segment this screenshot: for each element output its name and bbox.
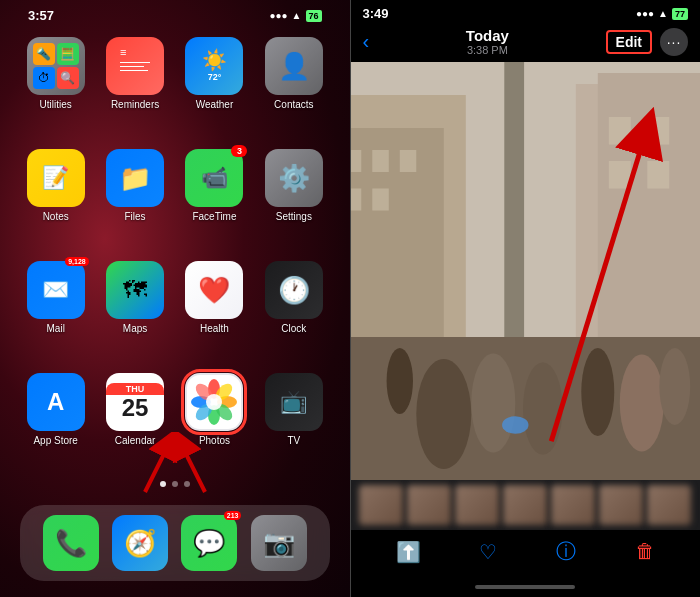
svg-point-9 <box>206 394 222 410</box>
badge-messages: 213 <box>224 511 242 520</box>
svg-point-26 <box>659 348 690 425</box>
dot-2 <box>172 481 178 487</box>
app-label-contacts: Contacts <box>274 99 313 110</box>
signal-icon-right: ●●● <box>636 8 654 19</box>
app-reminders[interactable]: ≡ Reminders <box>99 37 170 135</box>
svg-point-36 <box>502 416 528 434</box>
svg-rect-32 <box>608 117 630 145</box>
heart-button[interactable]: ♡ <box>479 540 497 564</box>
app-label-files: Files <box>125 211 146 222</box>
app-files[interactable]: 📁 Files <box>99 149 170 247</box>
status-icons-left: ●●● ▲ 76 <box>269 10 321 22</box>
signal-icon-left: ●●● <box>269 10 287 21</box>
nav-title-group: Today 3:38 PM <box>466 27 509 56</box>
app-utilities[interactable]: 🔦 🧮 ⏱ 🔍 Utilities <box>20 37 91 135</box>
app-clock[interactable]: 🕐 Clock <box>258 261 329 359</box>
svg-point-22 <box>523 362 563 454</box>
app-label-notes: Notes <box>43 211 69 222</box>
status-icons-right: ●●● ▲ 77 <box>636 8 688 20</box>
nav-right-group: Edit ··· <box>606 28 688 56</box>
svg-point-24 <box>619 355 663 452</box>
badge-mail: 9,128 <box>65 257 89 266</box>
app-notes[interactable]: 📝 Notes <box>20 149 91 247</box>
apps-grid: 🔦 🧮 ⏱ 🔍 Utilities ≡ Reminders <box>20 27 330 481</box>
trash-button[interactable]: 🗑 <box>635 540 655 563</box>
dot-1 <box>160 481 166 487</box>
app-facetime[interactable]: 📹 3 FaceTime <box>179 149 250 247</box>
app-contacts[interactable]: 👤 Contacts <box>258 37 329 135</box>
svg-rect-33 <box>647 117 669 145</box>
page-dots <box>20 481 330 487</box>
nav-edit-button[interactable]: Edit <box>606 30 652 54</box>
app-photos[interactable]: Photos <box>179 373 250 471</box>
photo-main <box>351 62 700 480</box>
nav-title-text: Today <box>466 27 509 44</box>
dock-camera[interactable]: 📷 <box>251 515 307 571</box>
svg-point-25 <box>386 348 412 414</box>
cal-day: THU <box>106 383 164 395</box>
battery-right: 77 <box>672 8 688 20</box>
strip-thumb-3 <box>455 485 499 525</box>
nav-back-button[interactable]: ‹ <box>363 30 370 53</box>
svg-point-20 <box>416 359 471 469</box>
time-right: 3:49 <box>363 6 389 21</box>
nav-subtitle: 3:38 PM <box>466 44 509 56</box>
dot-3 <box>184 481 190 487</box>
street-photo <box>351 62 700 480</box>
app-label-facetime: FaceTime <box>192 211 236 222</box>
svg-point-21 <box>471 354 515 453</box>
dock-safari[interactable]: 🧭 <box>112 515 168 571</box>
strip-thumb-6 <box>599 485 643 525</box>
app-settings[interactable]: ⚙️ Settings <box>258 149 329 247</box>
app-label-weather: Weather <box>196 99 234 110</box>
badge-facetime: 3 <box>231 145 247 157</box>
right-phone: 3:49 ●●● ▲ 77 ‹ Today 3:38 PM Edit ··· <box>351 0 700 597</box>
app-mail[interactable]: ✉️ 9,128 Mail <box>20 261 91 359</box>
dock-messages[interactable]: 💬 213 <box>181 515 237 571</box>
dock-phone[interactable]: 📞 <box>43 515 99 571</box>
time-left: 3:57 <box>28 8 54 23</box>
svg-rect-34 <box>608 161 630 189</box>
app-calendar[interactable]: THU 25 Calendar <box>99 373 170 471</box>
app-label-mail: Mail <box>47 323 65 334</box>
cal-date: 25 <box>122 395 149 421</box>
svg-rect-28 <box>372 150 389 172</box>
share-button[interactable]: ⬆️ <box>396 540 421 564</box>
svg-rect-27 <box>351 150 361 172</box>
strip-thumb-4 <box>503 485 547 525</box>
left-phone: 3:57 ●●● ▲ 76 🔦 🧮 ⏱ 🔍 Utilities <box>0 0 350 597</box>
strip-thumb-2 <box>407 485 451 525</box>
street-scene-svg <box>351 62 700 480</box>
wifi-icon-right: ▲ <box>658 8 668 19</box>
app-label-clock: Clock <box>281 323 306 334</box>
nav-more-button[interactable]: ··· <box>660 28 688 56</box>
home-indicator <box>351 577 700 597</box>
app-weather[interactable]: ☀️ 72° Weather <box>179 37 250 135</box>
strip-thumb-7 <box>647 485 691 525</box>
home-bar <box>475 585 575 589</box>
app-health[interactable]: ❤️ Health <box>179 261 250 359</box>
strip-thumb-5 <box>551 485 595 525</box>
status-bar-right: 3:49 ●●● ▲ 77 <box>351 0 700 25</box>
svg-rect-30 <box>351 189 361 211</box>
nav-bar: ‹ Today 3:38 PM Edit ··· <box>351 25 700 62</box>
app-maps[interactable]: 🗺 Maps <box>99 261 170 359</box>
app-label-reminders: Reminders <box>111 99 159 110</box>
svg-rect-35 <box>647 161 669 189</box>
app-label-photos: Photos <box>199 435 230 446</box>
app-label-appstore: App Store <box>33 435 77 446</box>
bottom-toolbar: ⬆️ ♡ ⓘ 🗑 <box>351 530 700 577</box>
app-tv[interactable]: 📺 TV <box>258 373 329 471</box>
app-label-health: Health <box>200 323 229 334</box>
app-label-utilities: Utilities <box>40 99 72 110</box>
photo-strip <box>351 480 700 530</box>
app-label-tv: TV <box>287 435 300 446</box>
svg-rect-31 <box>372 189 389 211</box>
strip-thumb-1 <box>359 485 403 525</box>
app-appstore[interactable]: A App Store <box>20 373 91 471</box>
more-icon: ··· <box>667 34 682 50</box>
photos-icon-svg <box>187 375 241 429</box>
app-label-settings: Settings <box>276 211 312 222</box>
info-button[interactable]: ⓘ <box>556 538 576 565</box>
status-bar-left: 3:57 ●●● ▲ 76 <box>20 0 330 27</box>
